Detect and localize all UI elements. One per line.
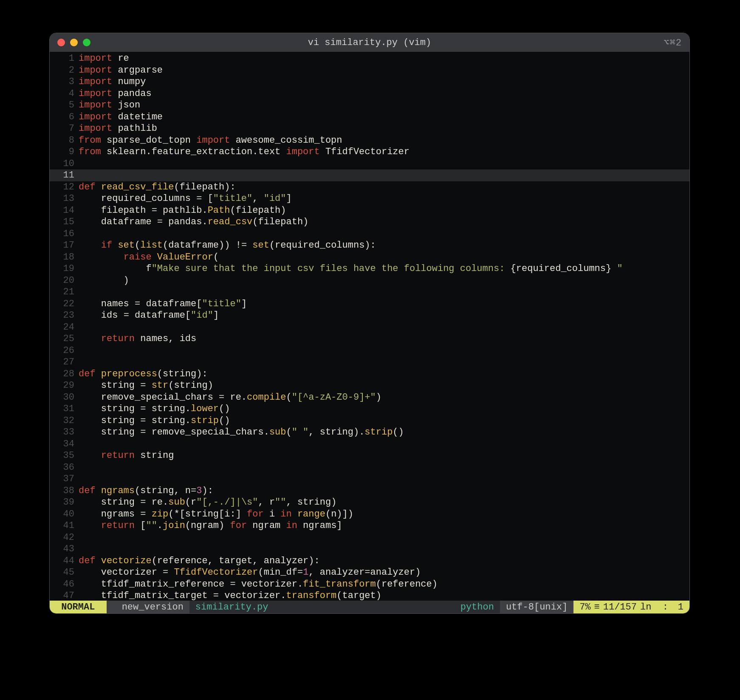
code-line[interactable]: 38def ngrams(string, n=3): [50, 485, 689, 497]
code-content[interactable]: ) [79, 275, 689, 287]
line-number: 42 [50, 532, 79, 544]
code-line[interactable]: 24 [50, 322, 689, 333]
code-content[interactable]: import pathlib [79, 123, 689, 135]
code-content[interactable] [79, 543, 689, 555]
close-icon[interactable] [57, 39, 65, 46]
code-content[interactable]: vectorizer = TfidfVectorizer(min_df=1, a… [79, 567, 689, 579]
editor-area[interactable]: 1import re2import argparse3import numpy4… [50, 52, 689, 601]
code-content[interactable]: tfidf_matrix_target = vectorizer.transfo… [79, 590, 689, 601]
code-line[interactable]: 4import pandas [50, 88, 689, 100]
code-line[interactable]: 23 ids = dataframe["id"] [50, 310, 689, 322]
code-line[interactable]: 30 remove_special_chars = re.compile("[^… [50, 392, 689, 404]
code-content[interactable]: def vectorize(reference, target, analyze… [79, 555, 689, 567]
code-content[interactable]: ngrams = zip(*[string[i:] for i in range… [79, 508, 689, 520]
code-content[interactable]: from sklearn.feature_extraction.text imp… [79, 146, 689, 158]
code-line[interactable]: 47 tfidf_matrix_target = vectorizer.tran… [50, 590, 689, 601]
code-line[interactable]: 27 [50, 356, 689, 368]
code-line[interactable]: 5import json [50, 99, 689, 111]
code-line[interactable]: 35 return string [50, 450, 689, 462]
code-line[interactable]: 9from sklearn.feature_extraction.text im… [50, 146, 689, 158]
code-content[interactable]: return ["".join(ngram) for ngram in ngra… [79, 520, 689, 532]
code-content[interactable]: import pandas [79, 88, 689, 100]
code-line[interactable]: 44def vectorize(reference, target, analy… [50, 555, 689, 567]
code-line[interactable]: 37 [50, 473, 689, 485]
code-content[interactable]: import json [79, 99, 689, 111]
code-line[interactable]: 39 string = re.sub(r"[,-./]|\s", r"", st… [50, 497, 689, 508]
code-content[interactable]: from sparse_dot_topn import awesome_coss… [79, 135, 689, 147]
code-content[interactable] [79, 462, 689, 474]
code-line[interactable]: 10 [50, 158, 689, 170]
code-content[interactable]: def ngrams(string, n=3): [79, 485, 689, 497]
code-line[interactable]: 6import datetime [50, 111, 689, 123]
code-line[interactable]: 7import pathlib [50, 123, 689, 135]
code-line[interactable]: 31 string = string.lower() [50, 403, 689, 415]
code-content[interactable] [79, 169, 689, 181]
code-content[interactable] [79, 158, 689, 170]
code-line[interactable]: 20 ) [50, 275, 689, 287]
code-content[interactable]: ids = dataframe["id"] [79, 310, 689, 322]
code-content[interactable]: if set(list(dataframe)) != set(required_… [79, 240, 689, 251]
code-line[interactable]: 21 [50, 286, 689, 298]
code-content[interactable]: return string [79, 450, 689, 462]
minimize-icon[interactable] [70, 39, 78, 46]
code-line[interactable]: 8from sparse_dot_topn import awesome_cos… [50, 135, 689, 147]
code-line[interactable]: 11 [50, 169, 689, 181]
code-content[interactable] [79, 532, 689, 544]
code-content[interactable] [79, 356, 689, 368]
code-content[interactable]: string = re.sub(r"[,-./]|\s", r"", strin… [79, 497, 689, 508]
code-line[interactable]: 16 [50, 228, 689, 240]
code-line[interactable]: 13 required_columns = ["title", "id"] [50, 193, 689, 205]
code-line[interactable]: 40 ngrams = zip(*[string[i:] for i in ra… [50, 508, 689, 520]
code-content[interactable]: return names, ids [79, 333, 689, 345]
code-content[interactable]: tfidf_matrix_reference = vectorizer.fit_… [79, 579, 689, 590]
code-content[interactable] [79, 228, 689, 240]
code-content[interactable]: import argparse [79, 65, 689, 76]
code-line[interactable]: 34 [50, 438, 689, 450]
code-line[interactable]: 15 dataframe = pandas.read_csv(filepath) [50, 216, 689, 228]
code-content[interactable]: names = dataframe["title"] [79, 298, 689, 310]
code-line[interactable]: 25 return names, ids [50, 333, 689, 345]
code-line[interactable]: 32 string = string.strip() [50, 415, 689, 427]
code-line[interactable]: 45 vectorizer = TfidfVectorizer(min_df=1… [50, 567, 689, 579]
code-line[interactable]: 12def read_csv_file(filepath): [50, 181, 689, 193]
code-line[interactable]: 46 tfidf_matrix_reference = vectorizer.f… [50, 579, 689, 590]
code-content[interactable]: filepath = pathlib.Path(filepath) [79, 205, 689, 217]
code-line[interactable]: 36 [50, 462, 689, 474]
code-content[interactable]: string = string.lower() [79, 403, 689, 415]
code-line[interactable]: 14 filepath = pathlib.Path(filepath) [50, 205, 689, 217]
code-line[interactable]: 43 [50, 543, 689, 555]
code-content[interactable]: import re [79, 53, 689, 65]
code-content[interactable]: string = remove_special_chars.sub(" ", s… [79, 426, 689, 438]
code-line[interactable]: 28def preprocess(string): [50, 368, 689, 380]
code-content[interactable]: def read_csv_file(filepath): [79, 181, 689, 193]
code-content[interactable]: raise ValueError( [79, 251, 689, 263]
code-line[interactable]: 1import re [50, 53, 689, 65]
code-line[interactable]: 22 names = dataframe["title"] [50, 298, 689, 310]
code-line[interactable]: 42 [50, 532, 689, 544]
code-line[interactable]: 17 if set(list(dataframe)) != set(requir… [50, 240, 689, 251]
code-content[interactable] [79, 345, 689, 357]
code-content[interactable] [79, 322, 689, 333]
code-content[interactable] [79, 286, 689, 298]
code-content[interactable]: import datetime [79, 111, 689, 123]
code-line[interactable]: 2import argparse [50, 65, 689, 76]
code-line[interactable]: 41 return ["".join(ngram) for ngram in n… [50, 520, 689, 532]
code-content[interactable]: required_columns = ["title", "id"] [79, 193, 689, 205]
code-content[interactable]: remove_special_chars = re.compile("[^a-z… [79, 392, 689, 404]
code-line[interactable]: 19 f"Make sure that the input csv files … [50, 263, 689, 275]
line-number: 47 [50, 590, 79, 601]
code-line[interactable]: 3import numpy [50, 76, 689, 88]
code-content[interactable] [79, 438, 689, 450]
code-content[interactable]: import numpy [79, 76, 689, 88]
code-content[interactable]: f"Make sure that the input csv files hav… [79, 263, 689, 275]
code-line[interactable]: 26 [50, 345, 689, 357]
code-content[interactable]: def preprocess(string): [79, 368, 689, 380]
code-content[interactable] [79, 473, 689, 485]
code-content[interactable]: string = string.strip() [79, 415, 689, 427]
code-content[interactable]: string = str(string) [79, 380, 689, 392]
maximize-icon[interactable] [83, 39, 90, 46]
code-content[interactable]: dataframe = pandas.read_csv(filepath) [79, 216, 689, 228]
code-line[interactable]: 33 string = remove_special_chars.sub(" "… [50, 426, 689, 438]
code-line[interactable]: 29 string = str(string) [50, 380, 689, 392]
code-line[interactable]: 18 raise ValueError( [50, 251, 689, 263]
